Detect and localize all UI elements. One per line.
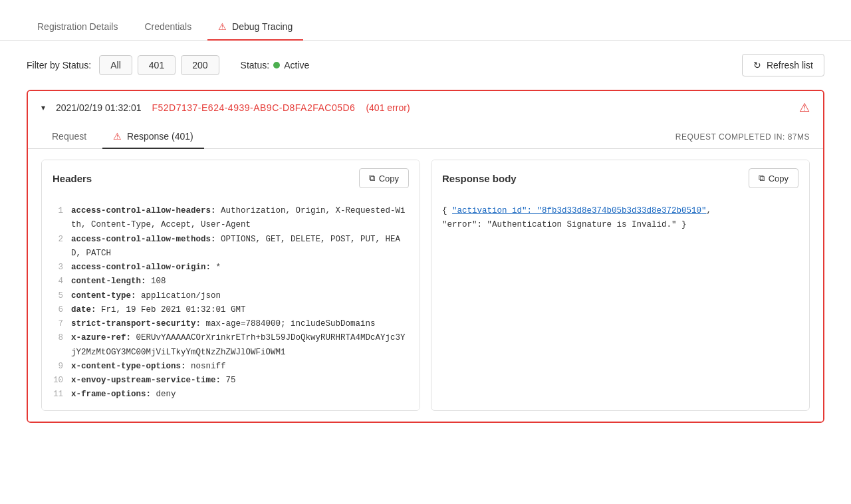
request-completed-label: REQUEST COMPLETED IN: 87MS — [675, 132, 810, 148]
headers-panel-header: Headers ⧉ Copy — [42, 160, 420, 196]
headers-copy-icon: ⧉ — [369, 173, 375, 184]
header-line-11: 11 x-frame-options: deny — [53, 388, 409, 402]
tab-registration-details-label: Registration Details — [37, 21, 118, 32]
inner-tab-response-label: Response (401) — [127, 131, 193, 142]
inner-tab-request-label: Request — [52, 131, 86, 142]
header-line-7: 7 strict-transport-security: max-age=788… — [53, 317, 409, 331]
filter-by-status-label: Filter by Status: — [27, 60, 91, 70]
inner-tab-request[interactable]: Request — [41, 124, 97, 148]
tab-debug-tracing-label: Debug Tracing — [232, 21, 293, 32]
response-warning-icon: ⚠ — [113, 131, 122, 142]
response-body-panel: Response body ⧉ Copy { "activation_id": … — [431, 160, 810, 411]
header-line-5: 5 content-type: application/json — [53, 289, 409, 303]
header-line-4: 4 content-length: 108 — [53, 275, 409, 289]
response-body-text: { "activation_id": "8fb3d33d8e374b05b3d3… — [431, 196, 809, 241]
entry-warning-icon: ⚠ — [799, 100, 810, 115]
tabs-bar: Registration Details Credentials ⚠ Debug… — [0, 0, 851, 41]
app-container: Registration Details Credentials ⚠ Debug… — [0, 0, 851, 504]
filter-btn-401[interactable]: 401 — [138, 55, 176, 75]
status-indicator: Status: Active — [241, 60, 310, 70]
entry-id: F52D7137-E624-4939-AB9C-D8FA2FAC05D6 — [152, 102, 355, 113]
header-line-1: 1 access-control-allow-headers: Authoriz… — [53, 204, 409, 233]
response-copy-button[interactable]: ⧉ Copy — [749, 168, 798, 188]
response-copy-icon: ⧉ — [759, 173, 765, 184]
tab-credentials-label: Credentials — [144, 21, 191, 32]
filter-btn-200[interactable]: 200 — [181, 55, 219, 75]
refresh-list-label: Refresh list — [767, 60, 813, 70]
entry-card: ▾ 2021/02/19 01:32:01 F52D7137-E624-4939… — [27, 90, 824, 423]
headers-copy-button[interactable]: ⧉ Copy — [359, 168, 409, 188]
tab-registration-details[interactable]: Registration Details — [27, 13, 128, 40]
headers-panel-title: Headers — [53, 173, 92, 184]
entry-error-label: (401 error) — [366, 102, 410, 113]
status-dot — [273, 62, 280, 68]
header-line-6: 6 date: Fri, 19 Feb 2021 01:32:01 GMT — [53, 303, 409, 317]
header-line-8: 8 x-azure-ref: 0ERUvYAAAAACOrXrinkrETrh+… — [53, 331, 409, 360]
entry-header: ▾ 2021/02/19 01:32:01 F52D7137-E624-4939… — [28, 91, 823, 124]
refresh-icon: ↻ — [753, 60, 761, 70]
headers-copy-label: Copy — [379, 174, 399, 184]
refresh-list-button[interactable]: ↻ Refresh list — [742, 54, 824, 76]
header-line-9: 9 x-content-type-options: nosniff — [53, 360, 409, 374]
headers-panel-body: 1 access-control-allow-headers: Authoriz… — [42, 196, 420, 410]
warning-icon-tab: ⚠ — [218, 21, 227, 32]
header-line-3: 3 access-control-allow-origin: * — [53, 261, 409, 275]
headers-panel: Headers ⧉ Copy 1 access-control-allow-he… — [41, 160, 420, 411]
status-label: Status: — [241, 60, 270, 70]
activation-id-link[interactable]: "activation_id": "8fb3d33d8e374b05b3d33d… — [452, 206, 707, 215]
tab-debug-tracing[interactable]: ⚠ Debug Tracing — [207, 13, 303, 40]
status-text: Active — [284, 60, 309, 70]
panels-row: Headers ⧉ Copy 1 access-control-allow-he… — [28, 149, 823, 422]
filter-bar: Filter by Status: All 401 200 Status: Ac… — [0, 41, 851, 90]
activation-id-value: 8fb3d33d8e374b05b3d33d8e372b0510 — [542, 206, 701, 215]
entry-chevron-icon[interactable]: ▾ — [41, 103, 45, 112]
tab-credentials[interactable]: Credentials — [134, 13, 202, 40]
response-body-panel-title: Response body — [442, 173, 517, 184]
response-copy-label: Copy — [769, 174, 789, 184]
entry-timestamp: 2021/02/19 01:32:01 — [56, 102, 141, 113]
inner-tabs: Request ⚠ Response (401) REQUEST COMPLET… — [28, 124, 823, 149]
header-line-2: 2 access-control-allow-methods: OPTIONS,… — [53, 233, 409, 261]
inner-tab-response-401[interactable]: ⚠ Response (401) — [102, 124, 204, 148]
header-line-10: 10 x-envoy-upstream-service-time: 75 — [53, 374, 409, 388]
response-body-panel-header: Response body ⧉ Copy — [431, 160, 809, 196]
filter-btn-all[interactable]: All — [99, 55, 132, 75]
